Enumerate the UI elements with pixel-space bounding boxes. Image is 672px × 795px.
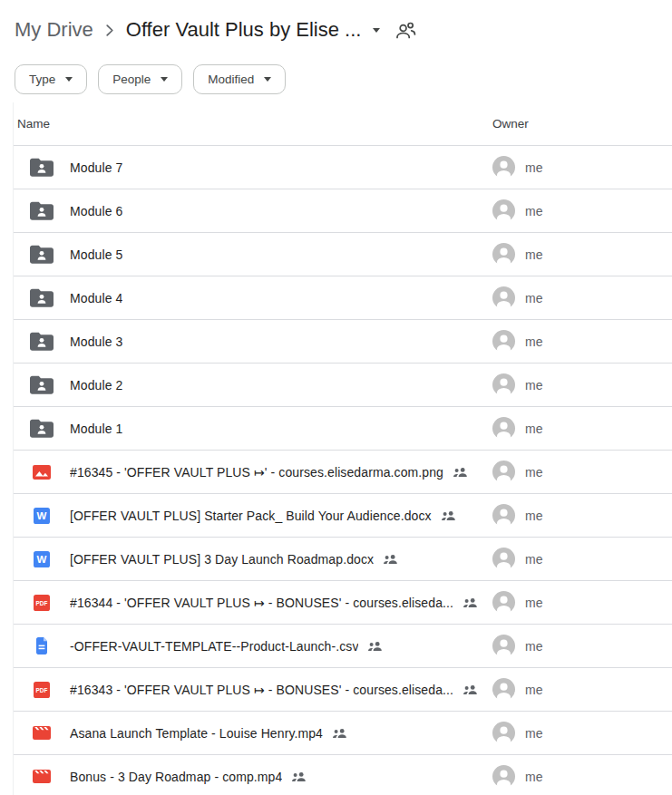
avatar-icon <box>492 461 515 483</box>
chevron-right-icon <box>105 24 114 37</box>
file-row[interactable]: Asana Launch Template - Louise Henry.mp4… <box>14 712 672 755</box>
shared-people-icon <box>463 684 478 695</box>
breadcrumb: My Drive Offer Vault Plus by Elise ... <box>0 0 672 52</box>
owner-label: me <box>525 596 542 610</box>
avatar-icon <box>492 504 515 527</box>
pdf-file-icon: PDF <box>14 595 70 611</box>
filter-chip-label: Type <box>29 73 55 86</box>
avatar-icon <box>492 765 515 788</box>
image-file-icon <box>14 465 70 480</box>
owner-label: me <box>525 422 542 436</box>
column-header-owner[interactable]: Owner <box>492 117 672 131</box>
shared-folder-icon <box>14 375 70 394</box>
caret-down-icon[interactable] <box>373 28 380 33</box>
shared-people-icon <box>463 597 478 608</box>
filter-chip-people[interactable]: People <box>98 64 182 94</box>
shared-folder-icon <box>14 245 70 264</box>
filter-chip-modified[interactable]: Modified <box>193 64 286 94</box>
word-file-icon: W <box>14 551 70 567</box>
file-row[interactable]: Module 6 me <box>14 189 672 233</box>
file-row[interactable]: Module 2 me <box>14 364 672 407</box>
file-name: Asana Launch Template - Louise Henry.mp4 <box>70 726 323 741</box>
svg-text:PDF: PDF <box>36 686 48 693</box>
file-table-header: Name Owner <box>14 102 672 146</box>
owner-label: me <box>525 509 542 523</box>
avatar-icon <box>492 156 515 179</box>
avatar-icon <box>492 330 515 353</box>
shared-folder-icon <box>14 288 70 307</box>
file-name: [OFFER VAULT PLUS] Starter Pack_ Build Y… <box>70 509 432 523</box>
svg-text:W: W <box>37 510 47 521</box>
filter-chip-type[interactable]: Type <box>15 64 87 94</box>
caret-down-icon <box>161 77 168 82</box>
file-name: -OFFER-VAULT-TEMPLATE--Product-Launch-.c… <box>70 639 358 654</box>
owner-label: me <box>525 639 542 654</box>
file-name: Module 7 <box>70 160 122 175</box>
filter-chip-label: Modified <box>208 73 254 86</box>
file-name: Module 4 <box>70 291 122 305</box>
shared-people-icon <box>441 510 456 521</box>
shared-folder-icon <box>14 332 70 351</box>
file-name: #16344 - 'OFFER VAULT PLUS ↦ - BONUSES' … <box>70 596 453 610</box>
csv-file-icon <box>14 637 70 654</box>
avatar-icon <box>492 722 515 744</box>
video-file-icon <box>14 770 70 783</box>
file-name: Bonus - 3 Day Roadmap - comp.mp4 <box>70 770 282 784</box>
owner-label: me <box>525 247 542 262</box>
column-header-name[interactable]: Name <box>14 117 492 131</box>
people-outline-icon[interactable] <box>395 21 416 40</box>
word-file-icon: W <box>14 508 70 524</box>
avatar-icon <box>492 635 515 657</box>
file-row[interactable]: PDF #16344 - 'OFFER VAULT PLUS ↦ - BONUS… <box>14 581 672 625</box>
shared-folder-icon <box>14 158 70 177</box>
file-row[interactable]: Bonus - 3 Day Roadmap - comp.mp4 me <box>14 755 672 795</box>
avatar-icon <box>492 591 515 614</box>
file-row[interactable]: Module 5 me <box>14 233 672 276</box>
owner-label: me <box>525 726 542 741</box>
file-row[interactable]: Module 7 me <box>14 146 672 189</box>
file-table-body: Module 7 me Mod <box>14 146 672 795</box>
file-row[interactable]: Module 4 me <box>14 276 672 320</box>
shared-people-icon <box>453 467 468 478</box>
file-name: [OFFER VAULT PLUS] 3 Day Launch Roadmap.… <box>70 552 374 567</box>
owner-label: me <box>525 291 542 305</box>
caret-down-icon <box>65 77 73 82</box>
file-row[interactable]: Module 3 me <box>14 320 672 364</box>
owner-label: me <box>525 552 542 567</box>
breadcrumb-current-folder[interactable]: Offer Vault Plus by Elise ... <box>126 18 362 42</box>
owner-label: me <box>525 160 542 175</box>
owner-label: me <box>525 770 542 784</box>
breadcrumb-my-drive[interactable]: My Drive <box>15 18 93 42</box>
file-name: Module 6 <box>70 204 122 218</box>
caret-down-icon <box>264 77 271 82</box>
shared-people-icon <box>291 771 307 782</box>
filter-chip-bar: Type People Modified <box>0 52 672 98</box>
avatar-icon <box>492 199 515 222</box>
avatar-icon <box>492 243 515 266</box>
file-name: #16343 - 'OFFER VAULT PLUS ↦ - BONUSES' … <box>70 683 453 697</box>
avatar-icon <box>492 286 515 309</box>
shared-people-icon <box>367 641 383 652</box>
owner-label: me <box>525 204 542 218</box>
file-name: Module 2 <box>70 378 122 393</box>
shared-folder-icon <box>14 419 70 438</box>
file-name: #16345 - 'OFFER VAULT PLUS ↦' - courses.… <box>70 465 443 480</box>
owner-label: me <box>525 683 542 697</box>
pdf-file-icon: PDF <box>14 682 70 698</box>
file-row[interactable]: W [OFFER VAULT PLUS] Starter Pack_ Build… <box>14 494 672 538</box>
file-row[interactable]: #16345 - 'OFFER VAULT PLUS ↦' - courses.… <box>14 451 672 494</box>
owner-label: me <box>525 334 542 349</box>
avatar-icon <box>492 678 515 701</box>
shared-people-icon <box>332 728 347 739</box>
file-name: Module 1 <box>70 422 122 436</box>
file-row[interactable]: Module 1 me <box>14 407 672 451</box>
file-row[interactable]: W [OFFER VAULT PLUS] 3 Day Launch Roadma… <box>14 538 672 581</box>
file-name: Module 3 <box>70 334 122 349</box>
shared-people-icon <box>383 554 398 565</box>
shared-folder-icon <box>14 201 70 220</box>
file-row[interactable]: PDF #16343 - 'OFFER VAULT PLUS ↦ - BONUS… <box>14 668 672 712</box>
owner-label: me <box>525 378 542 393</box>
video-file-icon <box>14 726 70 740</box>
file-row[interactable]: -OFFER-VAULT-TEMPLATE--Product-Launch-.c… <box>14 625 672 668</box>
owner-label: me <box>525 465 542 480</box>
